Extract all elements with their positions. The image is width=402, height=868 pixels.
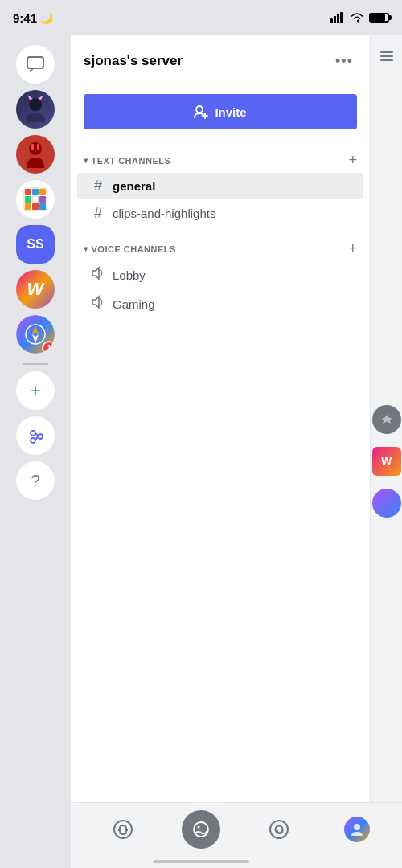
signal-icon	[330, 12, 345, 23]
channel-lobby[interactable]: Lobby	[77, 261, 363, 289]
moon-icon: 🌙	[40, 12, 53, 24]
sidebar-divider	[23, 363, 48, 365]
sidebar-item-server-5[interactable]: W	[16, 270, 55, 309]
server-1-avatar	[22, 95, 49, 124]
svg-rect-11	[32, 189, 39, 195]
svg-marker-30	[92, 268, 99, 279]
right-panel-peek: W	[370, 35, 402, 802]
status-time: 9:41	[13, 11, 37, 25]
svg-point-45	[270, 821, 288, 838]
voice-channels-title: ▾ VOICE CHANNELS	[84, 244, 176, 254]
server-4-label: SS	[27, 237, 43, 252]
add-server-button[interactable]: +	[16, 371, 55, 410]
text-channels-title: ▾ TEXT CHANNELS	[84, 156, 170, 166]
svg-point-6	[29, 142, 42, 155]
channel-clips-name: clips-and-highlights	[113, 207, 215, 220]
server-6-badge: 1	[42, 341, 55, 354]
svg-rect-18	[39, 203, 46, 210]
voice-call-icon	[113, 819, 133, 840]
svg-rect-8	[37, 144, 39, 150]
w-server-peek[interactable]: W	[372, 447, 401, 476]
member-icon	[381, 414, 392, 425]
voice-channel-icon	[90, 266, 106, 285]
server-3-avatar	[21, 185, 50, 214]
add-voice-channel-button[interactable]: +	[348, 240, 357, 257]
sidebar-item-server-2[interactable]	[16, 135, 55, 174]
w-label: W	[381, 455, 392, 468]
sidebar-dm-button[interactable]	[16, 45, 55, 84]
svg-point-24	[38, 434, 43, 439]
home-icon	[192, 821, 210, 838]
help-button[interactable]: ?	[16, 461, 55, 500]
channel-lobby-name: Lobby	[113, 268, 146, 282]
svg-rect-15	[39, 196, 46, 203]
sidebar-item-server-4[interactable]: SS	[16, 225, 55, 264]
home-button[interactable]	[182, 810, 220, 849]
svg-marker-20	[32, 326, 39, 334]
battery-icon	[369, 13, 389, 23]
hamburger-icon	[380, 48, 393, 61]
server-avatar-peek[interactable]	[372, 489, 401, 518]
channel-gaming[interactable]: Gaming	[77, 290, 363, 318]
text-channels-section-header: ▾ TEXT CHANNELS +	[71, 139, 370, 172]
svg-point-46	[354, 824, 360, 830]
speaker-icon	[91, 266, 105, 280]
sidebar-item-server-3[interactable]	[16, 180, 55, 219]
add-text-channel-button[interactable]: +	[348, 152, 357, 169]
svg-point-42	[194, 822, 208, 837]
svg-point-27	[196, 106, 203, 113]
svg-rect-4	[27, 57, 43, 68]
sidebar-item-server-6[interactable]: 1	[16, 315, 55, 354]
voice-channels-section-header: ▾ VOICE CHANNELS +	[71, 227, 370, 260]
svg-line-26	[35, 437, 38, 440]
panel-header: sjonas's server •••	[71, 35, 370, 84]
more-icon: •••	[335, 53, 353, 70]
voice-channel-icon-2	[90, 295, 106, 313]
more-options-button[interactable]: •••	[331, 48, 357, 74]
member-avatar-peek[interactable]	[372, 405, 401, 434]
help-icon: ?	[31, 472, 39, 490]
left-sidebar: SS W 1 + ?	[0, 0, 71, 868]
channel-clips-and-highlights[interactable]: # clips-and-highlights	[77, 200, 363, 227]
svg-rect-10	[25, 189, 31, 195]
channel-general[interactable]: # general	[77, 173, 363, 199]
nav-home[interactable]	[177, 809, 225, 850]
invite-label: Invite	[215, 105, 246, 119]
invite-button[interactable]: Invite	[84, 94, 357, 129]
main-panel: sjonas's server ••• Invite ▾ TEXT CHANNE…	[71, 35, 370, 802]
channel-gaming-name: Gaming	[113, 297, 155, 311]
nav-avatar[interactable]	[333, 809, 381, 850]
svg-rect-0	[330, 18, 333, 23]
channel-general-name: general	[113, 179, 155, 193]
chat-icon	[27, 56, 44, 72]
server-5-label: W	[27, 279, 44, 300]
nav-voice[interactable]	[99, 809, 147, 850]
svg-point-23	[31, 438, 35, 443]
invite-icon	[194, 104, 208, 119]
svg-rect-12	[39, 189, 46, 195]
svg-marker-21	[32, 334, 39, 343]
svg-rect-2	[337, 14, 339, 23]
svg-rect-14	[32, 196, 39, 203]
sidebar-item-server-1[interactable]	[16, 90, 55, 129]
svg-marker-31	[92, 297, 99, 308]
svg-rect-13	[25, 196, 31, 203]
home-indicator	[153, 860, 249, 863]
svg-rect-7	[31, 144, 34, 150]
svg-line-25	[35, 433, 38, 436]
voice-channels-chevron: ▾	[84, 244, 88, 253]
explore-button[interactable]	[16, 416, 55, 455]
speaker-icon-2	[91, 295, 105, 309]
server-name: sjonas's server	[84, 53, 183, 69]
server-2-avatar	[22, 140, 49, 169]
text-channels-chevron: ▾	[84, 156, 88, 165]
status-icons	[330, 12, 389, 23]
svg-rect-17	[32, 203, 39, 210]
status-bar: 9:41 🌙	[0, 0, 402, 35]
svg-rect-1	[334, 16, 336, 23]
explore-icon	[27, 427, 44, 444]
nav-mentions[interactable]	[255, 809, 303, 850]
svg-point-43	[197, 825, 199, 828]
svg-rect-16	[25, 203, 31, 210]
add-icon: +	[30, 379, 41, 402]
